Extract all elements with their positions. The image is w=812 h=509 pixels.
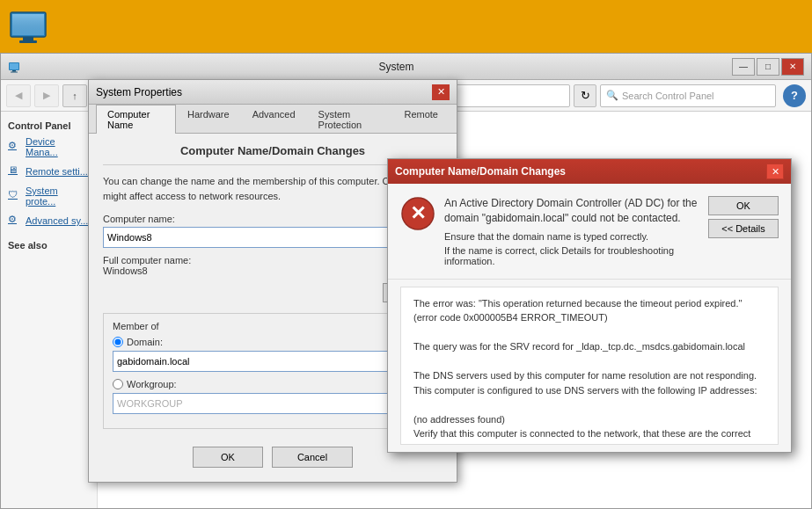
help-button[interactable]: ? <box>783 84 806 107</box>
forward-button[interactable]: ▶ <box>34 84 59 107</box>
back-button[interactable]: ◀ <box>6 84 31 107</box>
device-manager-icon: ⚙ <box>8 140 22 154</box>
sidebar-item-protection[interactable]: 🛡 System prote... <box>4 182 93 210</box>
window-close-button[interactable]: ✕ <box>781 58 804 76</box>
error-main-text: An Active Directory Domain Controller (A… <box>444 196 699 226</box>
domain-radio-row: Domain: <box>113 337 433 347</box>
tab-advanced[interactable]: Advanced <box>241 105 307 134</box>
error-dialog: Computer Name/Domain Changes ✕ ✕ An Acti… <box>387 158 792 453</box>
error-ok-button[interactable]: OK <box>708 196 779 215</box>
sidebar: Control Panel ⚙ Device Mana... 🖥 Remote … <box>1 112 98 508</box>
system-props-title: System Properties <box>96 86 182 98</box>
sidebar-item-label: Remote setti... <box>26 166 88 177</box>
svg-rect-7 <box>12 70 16 72</box>
tab-strip: Computer Name Hardware Advanced System P… <box>89 105 457 134</box>
system-props-cancel-button[interactable]: Cancel <box>272 447 353 468</box>
svg-rect-4 <box>19 40 37 43</box>
remote-icon: 🖥 <box>8 164 22 178</box>
error-icon: ✕ <box>400 196 435 231</box>
window-title: System <box>61 61 732 73</box>
titlebar-buttons: — □ ✕ <box>732 58 804 76</box>
error-close-button[interactable]: ✕ <box>766 164 784 179</box>
search-icon: 🔍 <box>606 90 618 101</box>
svg-rect-8 <box>11 71 18 72</box>
protection-icon: 🛡 <box>8 189 22 203</box>
svg-rect-6 <box>10 63 18 69</box>
domain-input[interactable] <box>113 351 433 372</box>
member-of-label: Member of <box>113 321 433 331</box>
svg-text:✕: ✕ <box>410 202 426 224</box>
sidebar-item-label: Device Mana... <box>26 136 90 157</box>
error-if-text: If the name is correct, click Details fo… <box>444 245 699 266</box>
svg-rect-3 <box>23 37 33 40</box>
tab-protection[interactable]: System Protection <box>307 105 393 134</box>
error-top-section: ✕ An Active Directory Domain Controller … <box>388 184 791 280</box>
search-box[interactable]: 🔍 Search Control Panel <box>600 84 776 107</box>
tab-hardware[interactable]: Hardware <box>176 105 241 134</box>
svg-rect-2 <box>12 14 44 35</box>
workgroup-input[interactable] <box>113 393 433 414</box>
workgroup-radio[interactable] <box>113 379 123 389</box>
maximize-button[interactable]: □ <box>757 58 779 76</box>
search-placeholder: Search Control Panel <box>622 91 714 101</box>
error-buttons: OK << Details <box>708 196 779 270</box>
sidebar-item-device-manager[interactable]: ⚙ Device Mana... <box>4 133 93 161</box>
workgroup-radio-row: Workgroup: <box>113 379 433 389</box>
error-details-button[interactable]: << Details <box>708 219 779 238</box>
system-props-close-button[interactable]: ✕ <box>432 84 450 100</box>
sidebar-item-label: Advanced sy... <box>26 215 88 226</box>
error-titlebar: Computer Name/Domain Changes ✕ <box>388 159 791 184</box>
minimize-button[interactable]: — <box>732 58 755 76</box>
tab-computer-name[interactable]: Computer Name <box>96 105 176 134</box>
error-details-area[interactable]: The error was: "This operation returned … <box>400 287 779 445</box>
workgroup-radio-label: Workgroup: <box>127 379 177 389</box>
domain-radio-label: Domain: <box>127 337 163 347</box>
computer-desktop-icon[interactable] <box>7 7 49 49</box>
window-titlebar: System — □ ✕ <box>1 54 811 80</box>
sidebar-item-label: System prote... <box>26 185 90 207</box>
sidebar-item-remote[interactable]: 🖥 Remote setti... <box>4 161 93 182</box>
sidebar-item-advanced[interactable]: ⚙ Advanced sy... <box>4 210 93 231</box>
error-details-text: The error was: "This operation returned … <box>413 298 759 445</box>
sidebar-heading: Control Panel <box>4 119 93 133</box>
tab-remote[interactable]: Remote <box>392 105 450 134</box>
error-title: Computer Name/Domain Changes <box>395 165 566 178</box>
system-props-ok-button[interactable]: OK <box>193 447 263 468</box>
error-ensure-text: Ensure that the domain name is typed cor… <box>444 231 699 242</box>
system-props-titlebar: System Properties ✕ <box>89 80 457 105</box>
error-text-area: An Active Directory Domain Controller (A… <box>444 196 699 270</box>
domain-radio[interactable] <box>113 337 123 347</box>
see-also-label: See also <box>4 238 93 252</box>
up-button[interactable]: ↑ <box>62 84 87 107</box>
refresh-icon: ↻ <box>581 89 590 102</box>
refresh-button[interactable]: ↻ <box>574 84 596 107</box>
advanced-icon: ⚙ <box>8 214 22 228</box>
